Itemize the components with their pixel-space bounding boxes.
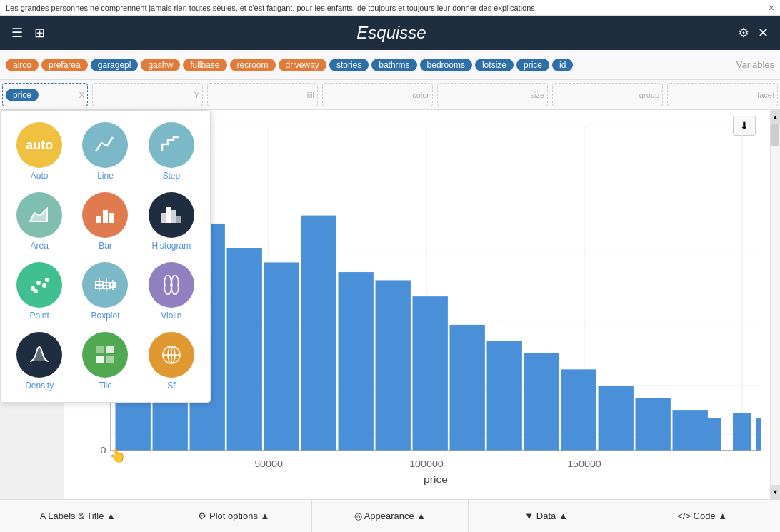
svg-point-12 [34, 289, 38, 293]
drop-zone-y[interactable]: Y [92, 83, 203, 106]
tile-label: Tile [99, 381, 112, 391]
variable-tag-gashw[interactable]: gashw [141, 59, 180, 71]
notice-close-button[interactable]: × [769, 2, 774, 14]
chart-option-violin[interactable]: Violin [141, 259, 201, 323]
svg-text:100000: 100000 [409, 458, 444, 468]
scrollbar[interactable]: ▲ ▼ [770, 110, 780, 499]
variable-tag-fullbase[interactable]: fullbase [183, 59, 226, 71]
line-label: Line [97, 171, 114, 181]
drop-zone-size[interactable]: size [437, 83, 548, 106]
notice-text: Les grandes personnes ne comprennent jam… [6, 4, 537, 12]
chart-option-point[interactable]: Point [9, 259, 69, 323]
drop-zone-facet[interactable]: facet [667, 83, 778, 106]
data-button[interactable]: ▼ Data ▲ [469, 500, 625, 532]
drop-zone-group[interactable]: group [552, 83, 663, 106]
point-icon [16, 262, 62, 308]
density-label: Density [25, 381, 54, 391]
area-icon [16, 192, 62, 238]
appearance-label: ◎ Appearance ▲ [354, 511, 426, 521]
chart-type-dropdown: auto Auto Line Step Area [0, 110, 211, 403]
svg-rect-43 [264, 262, 299, 450]
svg-point-11 [45, 278, 49, 282]
svg-rect-3 [109, 213, 114, 223]
header-left: ☰ ⊞ [11, 25, 45, 41]
histogram-icon [149, 192, 194, 238]
point-label: Point [29, 311, 49, 321]
drop-zone-fill[interactable]: fill [207, 83, 318, 106]
svg-rect-6 [171, 210, 176, 223]
boxplot-icon [82, 262, 128, 308]
area-label: Area [30, 241, 48, 251]
variable-tag-bedrooms[interactable]: bedrooms [420, 59, 472, 71]
x-tag: price [6, 89, 39, 101]
svg-rect-50 [524, 353, 559, 451]
labels-title-label: A Labels & Title ▲ [40, 511, 116, 521]
menu-icon[interactable]: ☰ [11, 25, 23, 41]
variable-tag-garagepl[interactable]: garagepl [91, 59, 139, 71]
svg-rect-5 [166, 207, 171, 223]
svg-point-9 [36, 281, 41, 285]
histogram-label: Histogram [151, 241, 191, 251]
scroll-thumb[interactable] [771, 124, 779, 146]
variable-tag-prefarea[interactable]: prefarea [41, 59, 88, 71]
svg-rect-21 [96, 346, 104, 353]
svg-rect-42 [227, 248, 262, 451]
svg-rect-24 [106, 356, 114, 363]
svg-rect-46 [376, 280, 411, 450]
notice-bar: Les grandes personnes ne comprennent jam… [0, 0, 780, 16]
drop-zone-x[interactable]: price X [2, 83, 88, 106]
code-button[interactable]: </> Code ▲ [624, 500, 780, 532]
bar-icon [82, 192, 128, 238]
variable-tag-stories[interactable]: stories [329, 59, 369, 71]
chart-option-area[interactable]: Area [9, 189, 69, 254]
main-content: 🏛 Histogram auto Auto Line Step Area [0, 110, 780, 499]
chart-option-auto[interactable]: auto Auto [9, 119, 69, 184]
variable-tag-id[interactable]: id [552, 59, 573, 71]
svg-rect-51 [561, 369, 596, 451]
chart-option-step[interactable]: Step [141, 119, 201, 184]
variable-tag-price[interactable]: price [516, 59, 549, 71]
settings-icon[interactable]: ⚙ [738, 25, 749, 41]
variable-tag-bathrms[interactable]: bathrms [371, 59, 416, 71]
close-icon[interactable]: ✕ [758, 25, 769, 41]
variables-area: aircoprefareagarageplgashwfullbaserecroo… [0, 50, 780, 80]
variable-tag-lotsize[interactable]: lotsize [475, 59, 514, 71]
boxplot-label: Boxplot [91, 311, 119, 321]
drop-zone-color[interactable]: color [322, 83, 433, 106]
chart-option-tile[interactable]: Tile [75, 329, 135, 393]
header: ☰ ⊞ Esquisse ⚙ ✕ [0, 16, 780, 50]
variable-tag-driveway[interactable]: driveway [279, 59, 326, 71]
density-icon [16, 332, 62, 378]
drop-zones-row: price X Y fill color size group facet [0, 80, 780, 110]
sf-label: Sf [167, 381, 175, 391]
step-icon [149, 122, 194, 168]
chart-option-line[interactable]: Line [75, 119, 135, 184]
chart-option-histogram[interactable]: Histogram [141, 189, 201, 254]
line-icon [82, 122, 128, 168]
labels-title-button[interactable]: A Labels & Title ▲ [0, 500, 156, 532]
scroll-up-button[interactable]: ▲ [771, 110, 780, 124]
variable-tag-recroom[interactable]: recroom [230, 59, 276, 71]
code-label: </> Code ▲ [677, 511, 727, 521]
svg-point-10 [42, 283, 46, 288]
svg-text:0: 0 [101, 446, 106, 456]
grid-icon[interactable]: ⊞ [34, 25, 45, 41]
svg-rect-56 [707, 418, 721, 450]
svg-rect-52 [599, 386, 634, 451]
chart-option-sf[interactable]: Sf [141, 329, 201, 393]
svg-rect-57 [733, 413, 751, 451]
bottom-toolbar: A Labels & Title ▲ ⚙ Plot options ▲ ◎ Ap… [0, 499, 780, 532]
appearance-button[interactable]: ◎ Appearance ▲ [312, 500, 469, 532]
svg-rect-58 [756, 418, 761, 450]
scroll-track[interactable] [771, 124, 780, 485]
chart-option-bar[interactable]: Bar [75, 189, 135, 254]
chart-option-boxplot[interactable]: Boxplot [75, 259, 135, 323]
svg-rect-49 [487, 341, 522, 451]
chart-option-density[interactable]: Density [9, 329, 69, 393]
download-button[interactable]: ⬇ [733, 116, 756, 136]
plot-options-button[interactable]: ⚙ Plot options ▲ [156, 500, 313, 532]
scroll-down-button[interactable]: ▼ [771, 485, 780, 499]
svg-text:150000: 150000 [567, 458, 601, 468]
variable-tag-airco[interactable]: airco [6, 59, 39, 71]
svg-rect-45 [339, 272, 374, 451]
